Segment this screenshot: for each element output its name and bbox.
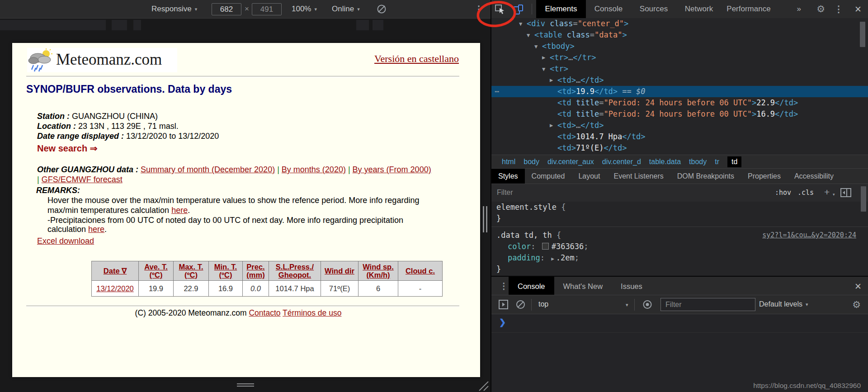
console-tab-console[interactable]: Console: [509, 277, 554, 296]
dom-tree-row[interactable]: ▼<tbody>: [491, 41, 868, 52]
sidebar-tab-styles[interactable]: Styles: [491, 169, 525, 184]
toggle-sidebar-icon[interactable]: [840, 188, 851, 197]
table-cell[interactable]: 13/12/2020: [92, 281, 139, 297]
breadcrumb-item-td[interactable]: td: [727, 156, 741, 167]
site-logo[interactable]: Meteomanz.com: [27, 48, 177, 72]
other-data-link[interactable]: Summary of month (December 2020): [141, 165, 275, 174]
table-header-link[interactable]: Min. T.(ºC): [214, 263, 237, 279]
breadcrumb-item-div.center_d[interactable]: div.center_d: [602, 158, 641, 166]
close-devtools-icon[interactable]: ✕: [854, 4, 862, 14]
terms-link[interactable]: Términos de uso: [283, 308, 341, 317]
dom-tree-row[interactable]: ▼<div class="center_d">: [491, 18, 868, 29]
table-header-link[interactable]: Ave. T.(ºC): [144, 263, 168, 279]
breadcrumb-item-tbody[interactable]: tbody: [689, 158, 707, 166]
table-header-cell[interactable]: Wind dir: [321, 261, 359, 281]
breadcrumb-item-html[interactable]: html: [502, 158, 515, 166]
other-data-link[interactable]: By months (2020): [282, 165, 346, 174]
drawer-menu-icon[interactable]: ⋮: [500, 281, 508, 291]
expand-arrow-right-icon[interactable]: ▶: [550, 120, 553, 131]
zoom-dropdown[interactable]: 100%▾: [292, 5, 317, 14]
more-tabs-icon[interactable]: »: [797, 0, 801, 18]
dom-tree-row[interactable]: ⋯<td>19.9</td> == $0: [491, 86, 868, 97]
viewport-resize-handle-bottom[interactable]: [237, 383, 254, 387]
style-source-link[interactable]: sy2?l=1&cou…&y2=2020:24: [762, 230, 856, 241]
console-tab-issues[interactable]: Issues: [612, 277, 651, 296]
throttling-dropdown[interactable]: Online▾: [332, 5, 360, 14]
expand-arrow-down-icon[interactable]: ▼: [534, 41, 538, 52]
table-header-link[interactable]: Max. T.(ºC): [179, 263, 203, 279]
styles-scrollbar-thumb[interactable]: [861, 186, 866, 212]
style-property[interactable]: padding: ▶.2em;: [491, 252, 868, 264]
viewport-width-input[interactable]: 682: [212, 3, 241, 15]
expand-arrow-right-icon[interactable]: ▶: [542, 52, 545, 63]
table-header-cell[interactable]: Ave. T.(ºC): [139, 261, 174, 281]
viewport-resize-handle-right[interactable]: [482, 206, 488, 232]
viewport-resize-corner[interactable]: [476, 380, 489, 392]
viewport-height-input[interactable]: 491: [252, 3, 282, 15]
devtools-menu-icon[interactable]: ⋮: [834, 4, 843, 14]
device-type-dropdown[interactable]: Responsive▾: [151, 5, 197, 14]
sidebar-tab-layout[interactable]: Layout: [571, 169, 607, 184]
tab-network[interactable]: Network: [676, 0, 722, 18]
remark-here-link[interactable]: here: [88, 225, 104, 234]
excel-download-link[interactable]: Excel download: [37, 236, 94, 246]
element-classes-toggle[interactable]: .cls: [797, 189, 814, 197]
expand-arrow-down-icon[interactable]: ▼: [527, 30, 530, 41]
styles-filter-input[interactable]: Filter: [497, 189, 513, 197]
console-tab-what-s-new[interactable]: What's New: [554, 277, 612, 296]
elements-scrollbar-thumb[interactable]: [860, 22, 865, 47]
table-header-link[interactable]: Prec.(mm): [246, 263, 264, 279]
gfs-forecast-link[interactable]: GFS/ECMWF forecast: [42, 175, 123, 184]
table-header-cell[interactable]: Wind sp.(Km/h): [359, 261, 398, 281]
sidebar-tab-computed[interactable]: Computed: [525, 169, 572, 184]
dom-tree-row[interactable]: ▶<td>…</td>: [491, 75, 868, 86]
dom-tree-row[interactable]: ▼<table class="data">: [491, 29, 868, 41]
table-header-link[interactable]: S.L.Press./Gheopot.: [276, 263, 314, 279]
language-link[interactable]: Versión en castellano: [374, 53, 459, 65]
breadcrumb-item-tr[interactable]: tr: [715, 158, 719, 166]
style-rule-selector[interactable]: element.style {: [491, 202, 868, 213]
sidebar-tab-dom-breakpoints[interactable]: DOM Breakpoints: [670, 169, 741, 184]
breadcrumb-item-div.center_aux[interactable]: div.center_aux: [547, 158, 594, 166]
table-header-link[interactable]: Date ∇: [104, 267, 127, 275]
new-style-rule-button[interactable]: +: [824, 187, 830, 198]
console-filter-input[interactable]: Filter: [660, 298, 755, 311]
sidebar-tab-properties[interactable]: Properties: [741, 169, 788, 184]
dom-tree-row[interactable]: ▶<tr>…</tr>: [491, 52, 868, 63]
console-prompt-icon[interactable]: ❯: [499, 317, 506, 327]
remark-here-link[interactable]: here: [171, 206, 188, 215]
dom-tree-row[interactable]: <td>1014.7 Hpa</td>: [491, 131, 868, 142]
contact-link[interactable]: Contacto: [249, 308, 280, 317]
table-header-cell[interactable]: S.L.Press./Gheopot.: [269, 261, 321, 281]
log-levels-dropdown[interactable]: Default levels▾: [759, 300, 808, 308]
other-data-link[interactable]: By years (From 2000): [353, 165, 431, 174]
live-expression-eye-icon[interactable]: [642, 300, 652, 309]
console-log-area[interactable]: ❯ https://blog.csdn.net/qq_40832960: [491, 314, 868, 392]
table-header-cell[interactable]: Date ∇: [92, 261, 139, 281]
dom-tree-row[interactable]: <td>71º(E)</td>: [491, 142, 868, 154]
expand-arrow-down-icon[interactable]: ▼: [519, 19, 522, 30]
sidebar-tab-accessibility[interactable]: Accessibility: [788, 169, 840, 184]
console-context-dropdown[interactable]: top: [538, 300, 548, 308]
settings-gear-icon[interactable]: ⚙: [816, 4, 825, 14]
tab-console[interactable]: Console: [586, 0, 631, 18]
pseudo-state-toggle[interactable]: :hov: [775, 189, 791, 197]
table-header-cell[interactable]: Prec.(mm): [243, 261, 269, 281]
color-swatch[interactable]: [542, 243, 549, 250]
device-toolbar-toggle-icon[interactable]: [513, 4, 524, 15]
console-sidebar-icon[interactable]: [499, 300, 508, 309]
tab-elements[interactable]: Elements: [536, 0, 586, 18]
dom-tree-row[interactable]: <td title="Period: 24 hours before 00 UT…: [491, 109, 868, 120]
breadcrumb-item-table.data[interactable]: table.data: [649, 158, 681, 166]
tab-performance[interactable]: Performance: [722, 0, 776, 18]
table-header-link[interactable]: Wind sp.(Km/h): [363, 263, 394, 279]
table-header-cell[interactable]: Cloud c.: [398, 261, 443, 281]
table-header-cell[interactable]: Max. T.(ºC): [174, 261, 209, 281]
table-header-link[interactable]: Cloud c.: [406, 267, 435, 275]
tab-sources[interactable]: Sources: [631, 0, 676, 18]
inspect-element-icon[interactable]: [495, 4, 505, 15]
expand-arrow-right-icon[interactable]: ▶: [550, 75, 553, 86]
style-rule-selector[interactable]: .data td, th {sy2?l=1&cou…&y2=2020:24: [491, 230, 868, 241]
table-header-link[interactable]: Wind dir: [325, 267, 354, 275]
dom-tree-row[interactable]: <td title="Period: 24 hours before 06 UT…: [491, 97, 868, 109]
